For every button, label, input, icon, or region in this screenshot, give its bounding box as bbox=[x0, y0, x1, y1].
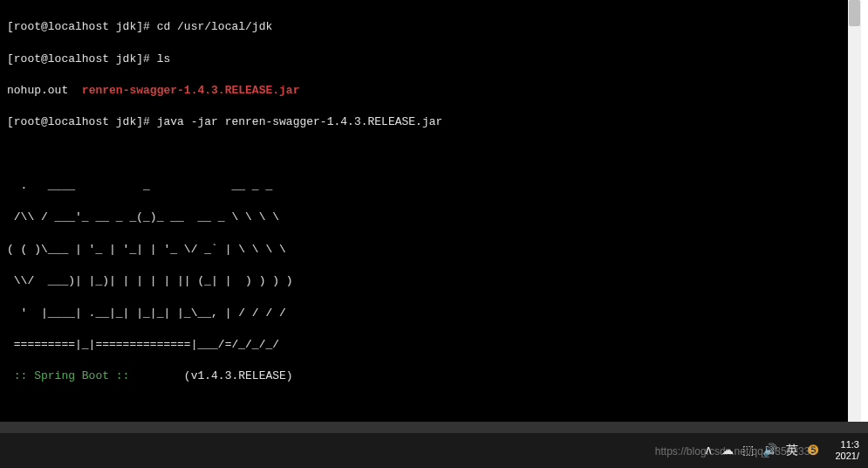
ls-output-jar: renren-swagger-1.4.3.RELEASE.jar bbox=[82, 84, 300, 97]
volume-icon[interactable]: 🔊 bbox=[762, 442, 777, 459]
shell-prompt: [root@localhost jdk]# bbox=[7, 20, 157, 33]
system-tray: ∧ ☁ ⬚ 🔊 英 ❺ 11:3 2021/ bbox=[704, 439, 859, 462]
scrollbar-thumb[interactable] bbox=[849, 0, 860, 26]
shell-command: cd /usr/local/jdk bbox=[157, 20, 273, 33]
spring-ascii-line: =========|_|==============|___/=/_/_/_/ bbox=[7, 337, 841, 353]
spring-ascii-line: . ____ _ __ _ _ bbox=[7, 178, 841, 194]
terminal-output[interactable]: [root@localhost jdk]# cd /usr/local/jdk … bbox=[0, 0, 848, 422]
spring-ascii-line: /\\ / ___'_ __ _ _(_)_ __ __ _ \ \ \ \ bbox=[7, 210, 841, 225]
spring-ascii-line: ( ( )\___ | '_ | '_| | '_ \/ _` | \ \ \ … bbox=[7, 242, 841, 258]
spring-ascii-line: ' |____| .__|_| |_|_| |_\__, | / / / / bbox=[7, 306, 841, 321]
spring-ascii-line: \\/ ___)| |_)| | | | | || (_| | ) ) ) ) bbox=[7, 273, 841, 289]
shell-command: ls bbox=[157, 52, 171, 65]
system-clock[interactable]: 11:3 2021/ bbox=[835, 439, 859, 462]
window-resize-strip bbox=[0, 422, 868, 433]
clock-time: 11:3 bbox=[835, 439, 859, 451]
windows-taskbar[interactable]: ∧ ☁ ⬚ 🔊 英 ❺ 11:3 2021/ bbox=[0, 433, 868, 468]
ime-indicator[interactable]: 英 bbox=[786, 442, 798, 459]
onedrive-icon[interactable]: ☁ bbox=[721, 442, 734, 459]
sogou-icon[interactable]: ❺ bbox=[807, 441, 819, 460]
shell-command: java -jar renren-swagger-1.4.3.RELEASE.j… bbox=[157, 115, 443, 128]
ls-output-plain: nohup.out bbox=[7, 84, 82, 97]
shell-prompt: [root@localhost jdk]# bbox=[7, 52, 157, 65]
tray-chevron-up-icon[interactable]: ∧ bbox=[704, 442, 713, 459]
network-icon[interactable]: ⬚ bbox=[742, 442, 754, 459]
clock-date: 2021/ bbox=[835, 451, 859, 462]
vertical-scrollbar[interactable] bbox=[848, 0, 861, 422]
shell-prompt: [root@localhost jdk]# bbox=[7, 115, 157, 128]
spring-boot-label: :: Spring Boot :: bbox=[7, 369, 129, 382]
spring-boot-version: (v1.4.3.RELEASE) bbox=[129, 369, 292, 382]
